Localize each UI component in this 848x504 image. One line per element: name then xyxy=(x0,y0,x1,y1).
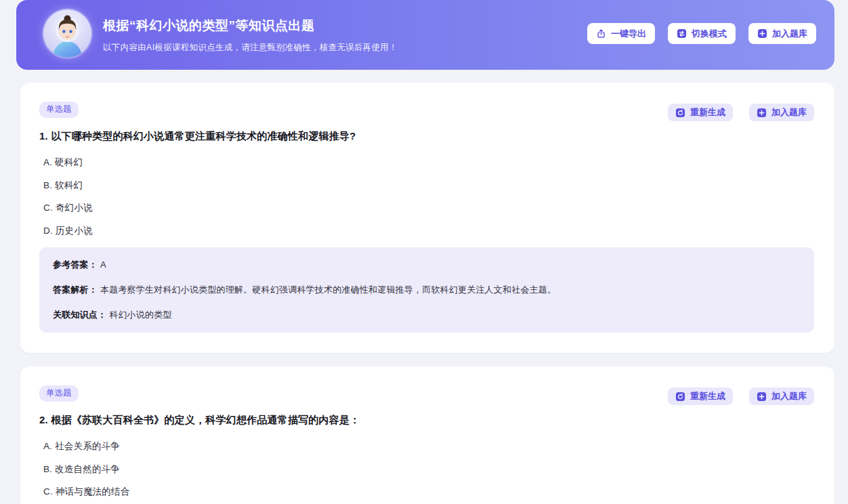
export-icon xyxy=(596,28,606,39)
switch-mode-icon xyxy=(677,28,687,39)
answer-box: 参考答案：A 答案解析：本题考察学生对科幻小说类型的理解。硬科幻强调科学技术的准… xyxy=(39,247,814,333)
regenerate-button-label: 重新生成 xyxy=(690,106,725,119)
regenerate-icon xyxy=(675,392,685,402)
card-actions: 重新生成 加入题库 xyxy=(668,104,814,121)
export-button[interactable]: 一键导出 xyxy=(587,23,655,44)
ai-assistant-avatar xyxy=(43,9,91,58)
question-type-badge: 单选题 xyxy=(39,102,79,118)
related-knowledge-value: 科幻小说的类型 xyxy=(109,310,171,320)
answer-analysis-row: 答案解析：本题考察学生对科幻小说类型的理解。硬科幻强调科学技术的准确性和逻辑推导… xyxy=(53,284,801,296)
add-to-bank-button[interactable]: 加入题库 xyxy=(749,387,814,405)
question-title: 2. 根据《苏联大百科全书》的定义，科学幻想作品通常描写的内容是： xyxy=(39,414,814,427)
regenerate-button-label: 重新生成 xyxy=(690,390,725,402)
regenerate-icon xyxy=(675,108,685,118)
add-to-bank-button-label: 加入题库 xyxy=(771,390,807,402)
add-to-bank-button[interactable]: 加入题库 xyxy=(749,104,814,121)
plus-icon xyxy=(757,28,767,39)
header-actions: 一键导出 切换模式 加入题库 xyxy=(587,23,816,44)
answer-analysis-value: 本题考察学生对科幻小说类型的理解。硬科幻强调科学技术的准确性和逻辑推导，而软科幻… xyxy=(100,285,556,295)
option-list: A. 硬科幻 B. 软科幻 C. 奇幻小说 D. 历史小说 xyxy=(43,156,814,237)
plus-icon xyxy=(757,392,767,402)
add-to-bank-header-button[interactable]: 加入题库 xyxy=(748,23,816,44)
header-text-block: 根据“科幻小说的类型”等知识点出题 以下内容由AI根据课程知识点生成，请注意甄别… xyxy=(103,17,398,54)
card-header-row: 单选题 重新生成 加入题库 xyxy=(39,385,814,405)
add-to-bank-header-label: 加入题库 xyxy=(772,28,807,40)
reference-answer-row: 参考答案：A xyxy=(53,259,801,271)
switch-mode-button[interactable]: 切换模式 xyxy=(668,23,736,44)
option-b[interactable]: B. 改造自然的斗争 xyxy=(43,463,814,476)
regenerate-button[interactable]: 重新生成 xyxy=(668,104,733,121)
reference-answer-label: 参考答案： xyxy=(53,259,98,270)
related-knowledge-label: 关联知识点： xyxy=(53,310,106,320)
question-card: 单选题 重新生成 加入题库 xyxy=(20,366,834,504)
option-b[interactable]: B. 软科幻 xyxy=(43,180,814,192)
option-d[interactable]: D. 历史小说 xyxy=(43,225,814,237)
question-type-badge: 单选题 xyxy=(39,385,79,402)
regenerate-button[interactable]: 重新生成 xyxy=(668,387,733,405)
option-a[interactable]: A. 硬科幻 xyxy=(43,156,814,169)
page-subtitle: 以下内容由AI根据课程知识点生成，请注意甄别准确性，核查无误后再使用！ xyxy=(103,42,398,54)
header-banner: 根据“科幻小说的类型”等知识点出题 以下内容由AI根据课程知识点生成，请注意甄别… xyxy=(16,0,834,70)
card-header-row: 单选题 重新生成 加入题库 xyxy=(39,102,814,121)
switch-mode-button-label: 切换模式 xyxy=(692,28,727,40)
card-actions: 重新生成 加入题库 xyxy=(668,387,814,405)
add-to-bank-button-label: 加入题库 xyxy=(771,106,807,119)
option-c[interactable]: C. 神话与魔法的结合 xyxy=(43,486,814,498)
option-a[interactable]: A. 社会关系的斗争 xyxy=(43,440,814,453)
export-button-label: 一键导出 xyxy=(611,28,646,40)
avatar-illustration xyxy=(43,9,91,58)
reference-answer-value: A xyxy=(100,259,106,270)
answer-analysis-label: 答案解析： xyxy=(53,285,98,295)
related-knowledge-row: 关联知识点：科幻小说的类型 xyxy=(53,309,801,321)
option-list: A. 社会关系的斗争 B. 改造自然的斗争 C. 神话与魔法的结合 D. 纯粹的… xyxy=(43,440,814,504)
question-card: 单选题 重新生成 加入题库 xyxy=(20,83,834,353)
option-c[interactable]: C. 奇幻小说 xyxy=(43,202,814,214)
plus-icon xyxy=(757,108,767,118)
question-title: 1. 以下哪种类型的科幻小说通常更注重科学技术的准确性和逻辑推导? xyxy=(39,130,814,143)
page-title: 根据“科幻小说的类型”等知识点出题 xyxy=(103,17,398,35)
